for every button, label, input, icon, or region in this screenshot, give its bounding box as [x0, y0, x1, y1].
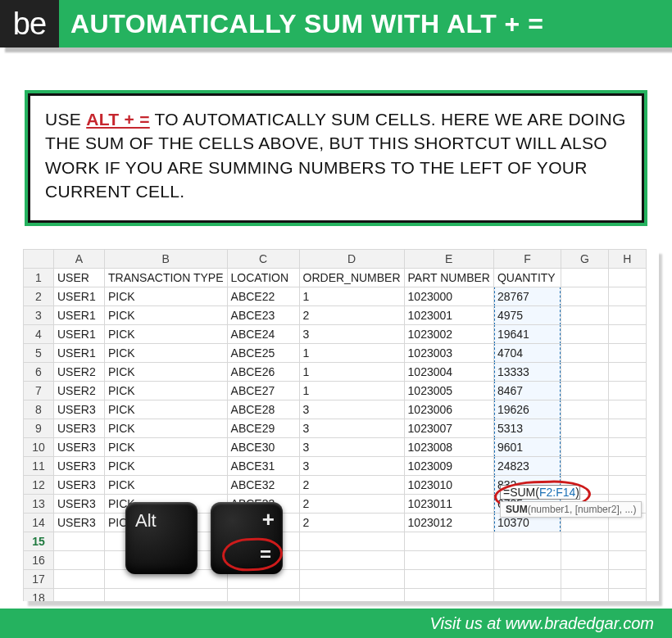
- data-cell[interactable]: [561, 419, 608, 437]
- data-cell[interactable]: [493, 588, 561, 601]
- data-cell[interactable]: USER3: [54, 419, 105, 437]
- data-cell[interactable]: PICK: [105, 362, 228, 381]
- data-cell[interactable]: ABCE32: [227, 475, 299, 494]
- data-cell[interactable]: USER3: [54, 475, 105, 494]
- data-cell[interactable]: 1: [299, 287, 404, 305]
- data-cell[interactable]: [299, 532, 404, 550]
- column-header[interactable]: C: [227, 249, 299, 268]
- data-cell[interactable]: [608, 343, 646, 362]
- header-cell[interactable]: [561, 268, 608, 287]
- data-cell[interactable]: [608, 381, 646, 400]
- data-cell[interactable]: 1023007: [404, 419, 493, 437]
- data-cell[interactable]: USER1: [54, 305, 105, 324]
- data-cell[interactable]: 1023004: [404, 362, 493, 381]
- column-header[interactable]: E: [404, 249, 493, 268]
- data-cell[interactable]: [54, 569, 105, 588]
- data-cell[interactable]: [54, 550, 105, 569]
- row-header[interactable]: 3: [24, 305, 54, 324]
- data-cell[interactable]: 1023011: [404, 494, 493, 513]
- data-cell[interactable]: [608, 475, 646, 494]
- row-header[interactable]: 9: [24, 419, 54, 437]
- data-cell[interactable]: ABCE22: [227, 287, 299, 305]
- data-cell[interactable]: [561, 532, 608, 550]
- data-cell[interactable]: ABCE25: [227, 343, 299, 362]
- row-header[interactable]: 12: [24, 475, 54, 494]
- column-header[interactable]: F: [493, 249, 561, 268]
- data-cell[interactable]: ABCE26: [227, 362, 299, 381]
- data-cell[interactable]: 1: [299, 362, 404, 381]
- data-cell[interactable]: 3: [299, 456, 404, 475]
- data-cell[interactable]: PICK: [105, 381, 228, 400]
- data-cell[interactable]: [608, 437, 646, 456]
- spreadsheet[interactable]: ABCDEFGH1USERTRANSACTION TYPELOCATIONORD…: [23, 249, 659, 601]
- row-header[interactable]: 13: [24, 494, 54, 513]
- header-cell[interactable]: [608, 268, 646, 287]
- data-cell[interactable]: [561, 456, 608, 475]
- data-cell[interactable]: 1023006: [404, 400, 493, 419]
- data-cell[interactable]: 13333: [493, 362, 561, 381]
- data-cell[interactable]: USER2: [54, 362, 105, 381]
- row-header[interactable]: 6: [24, 362, 54, 381]
- data-cell[interactable]: PICK: [105, 400, 228, 419]
- data-cell[interactable]: ABCE24: [227, 324, 299, 343]
- data-cell[interactable]: 1023008: [404, 437, 493, 456]
- data-cell[interactable]: 3: [299, 324, 404, 343]
- data-cell[interactable]: 19641: [493, 324, 561, 343]
- data-cell[interactable]: PICK: [105, 305, 228, 324]
- column-header[interactable]: A: [54, 249, 105, 268]
- data-cell[interactable]: USER3: [54, 400, 105, 419]
- data-cell[interactable]: 1023012: [404, 513, 493, 532]
- data-cell[interactable]: 1023002: [404, 324, 493, 343]
- data-cell[interactable]: [608, 550, 646, 569]
- data-cell[interactable]: 2: [299, 513, 404, 532]
- data-cell[interactable]: [561, 362, 608, 381]
- data-cell[interactable]: PICK: [105, 343, 228, 362]
- data-cell[interactable]: [561, 381, 608, 400]
- data-cell[interactable]: 1023001: [404, 305, 493, 324]
- data-cell[interactable]: [404, 569, 493, 588]
- column-header[interactable]: G: [561, 249, 608, 268]
- data-cell[interactable]: USER3: [54, 513, 105, 532]
- data-cell[interactable]: 1023009: [404, 456, 493, 475]
- data-cell[interactable]: USER3: [54, 456, 105, 475]
- data-cell[interactable]: PICK: [105, 287, 228, 305]
- data-cell[interactable]: 5313: [493, 419, 561, 437]
- data-cell[interactable]: [561, 569, 608, 588]
- data-cell[interactable]: 19626: [493, 400, 561, 419]
- data-cell[interactable]: ABCE29: [227, 419, 299, 437]
- data-cell[interactable]: [404, 532, 493, 550]
- data-cell[interactable]: [608, 324, 646, 343]
- data-cell[interactable]: PICK: [105, 456, 228, 475]
- row-header[interactable]: 2: [24, 287, 54, 305]
- header-cell[interactable]: TRANSACTION TYPE: [105, 268, 228, 287]
- data-cell[interactable]: [608, 588, 646, 601]
- data-cell[interactable]: 2: [299, 305, 404, 324]
- header-cell[interactable]: ORDER_NUMBER: [299, 268, 404, 287]
- row-header[interactable]: 10: [24, 437, 54, 456]
- data-cell[interactable]: [561, 324, 608, 343]
- data-cell[interactable]: 24823: [493, 456, 561, 475]
- data-cell[interactable]: [608, 569, 646, 588]
- data-cell[interactable]: 1023000: [404, 287, 493, 305]
- row-header[interactable]: 8: [24, 400, 54, 419]
- data-cell[interactable]: 1: [299, 343, 404, 362]
- data-cell[interactable]: [608, 400, 646, 419]
- header-cell[interactable]: LOCATION: [227, 268, 299, 287]
- data-cell[interactable]: 28767: [493, 287, 561, 305]
- data-cell[interactable]: PICK: [105, 324, 228, 343]
- data-cell[interactable]: [608, 287, 646, 305]
- data-cell[interactable]: 9601: [493, 437, 561, 456]
- data-cell[interactable]: 1023010: [404, 475, 493, 494]
- data-cell[interactable]: 3: [299, 419, 404, 437]
- data-cell[interactable]: [227, 588, 299, 601]
- data-cell[interactable]: PICK: [105, 437, 228, 456]
- data-cell[interactable]: [561, 343, 608, 362]
- data-cell[interactable]: [404, 588, 493, 601]
- data-cell[interactable]: [493, 532, 561, 550]
- row-header[interactable]: 7: [24, 381, 54, 400]
- data-cell[interactable]: [493, 550, 561, 569]
- data-cell[interactable]: USER2: [54, 381, 105, 400]
- data-cell[interactable]: [54, 588, 105, 601]
- header-cell[interactable]: PART NUMBER: [404, 268, 493, 287]
- row-header[interactable]: 4: [24, 324, 54, 343]
